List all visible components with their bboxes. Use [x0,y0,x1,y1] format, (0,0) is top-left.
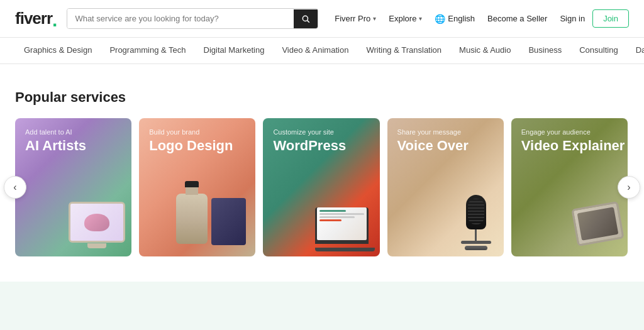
cards-container: Add talent to AI AI Artists Build your b… [15,118,629,256]
service-card-wordpress[interactable]: Customize your site WordPress [263,118,379,256]
chevron-down-icon: ▾ [373,15,376,22]
card-subtitle: Share your message [397,128,469,136]
sign-in-link[interactable]: Sign in [555,10,590,27]
header: fiverr. Fiverr Pro ▾ Explore ▾ 🌐 English… [0,0,644,38]
card-title: AI Artists [25,138,86,153]
card-title: Voice Over [397,138,469,153]
cat-item-consulting[interactable]: Consulting [570,38,626,63]
join-button[interactable]: Join [592,9,629,28]
service-card-voice-over[interactable]: Share your message Voice Over [387,118,504,256]
globe-icon: 🌐 [435,14,445,24]
cat-item-business[interactable]: Business [519,38,570,63]
svg-line-1 [308,20,309,22]
next-button[interactable]: › [618,176,640,199]
cat-item-video[interactable]: Video & Animation [273,38,357,63]
service-card-logo-design[interactable]: Build your brand Logo Design [139,118,255,256]
service-card-video-explainer[interactable]: Engage your audience Video Explainer [511,118,628,256]
cat-item-graphics[interactable]: Graphics & Design [15,38,101,63]
fiverr-logo[interactable]: fiverr. [15,9,57,28]
search-button[interactable] [294,9,318,28]
main-content: Popular services ‹ Add talent to AI AI A… [0,64,644,269]
cat-item-programming[interactable]: Programming & Tech [101,38,194,63]
cat-item-music[interactable]: Music & Audio [450,38,519,63]
explore-link[interactable]: Explore ▾ [384,10,427,27]
prev-button[interactable]: ‹ [4,176,26,199]
card-subtitle: Build your brand [149,128,233,136]
fiverr-pro-link[interactable]: Fiverr Pro ▾ [330,10,381,27]
language-link[interactable]: 🌐 English [430,10,480,28]
card-subtitle: Engage your audience [521,128,625,136]
cat-item-writing[interactable]: Writing & Translation [357,38,450,63]
bottom-section [0,282,644,330]
carousel-wrapper: ‹ Add talent to AI AI Artists Build your… [15,118,629,256]
card-title: Video Explainer [521,138,625,153]
cat-item-data[interactable]: Data [627,38,644,63]
header-nav: Fiverr Pro ▾ Explore ▾ 🌐 English Become … [330,9,629,28]
card-title: Logo Design [149,138,233,153]
section-title: Popular services [15,89,629,106]
card-title: WordPress [273,138,346,153]
card-subtitle: Customize your site [273,128,346,136]
become-seller-link[interactable]: Become a Seller [482,10,552,27]
service-card-ai-artists[interactable]: Add talent to AI AI Artists [15,118,131,256]
cat-item-digital[interactable]: Digital Marketing [195,38,274,63]
category-nav: Graphics & DesignProgramming & TechDigit… [0,38,644,64]
search-icon [301,14,310,23]
search-bar [67,8,318,29]
chevron-down-icon: ▾ [419,15,422,22]
card-subtitle: Add talent to AI [25,128,86,136]
svg-point-0 [303,16,308,21]
search-input[interactable] [67,9,294,28]
